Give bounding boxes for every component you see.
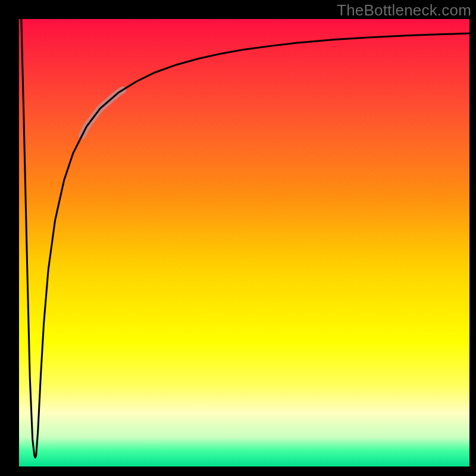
- chart-frame: TheBottleneck.com: [0, 0, 476, 476]
- watermark-text: TheBottleneck.com: [337, 1, 471, 20]
- chart-plot-area: [19, 19, 469, 466]
- chart-background: [19, 19, 469, 466]
- chart-svg: [19, 19, 469, 466]
